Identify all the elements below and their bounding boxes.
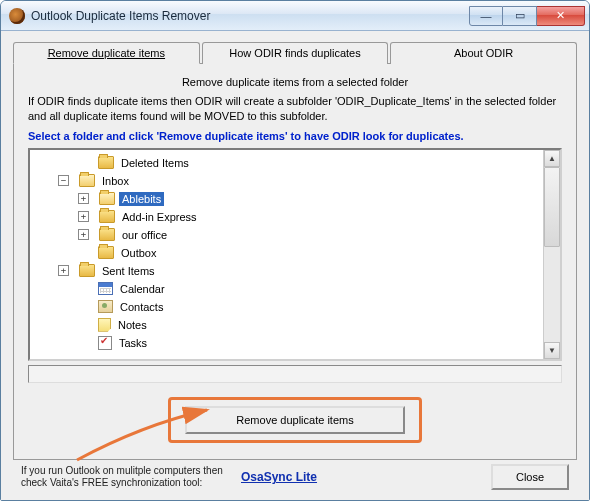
- node-label: Tasks: [116, 336, 150, 350]
- tree-node-calendar[interactable]: Calendar: [38, 280, 541, 298]
- folder-icon: [98, 246, 114, 259]
- tree-node-addin-express[interactable]: + Add-in Express: [38, 208, 541, 226]
- contacts-icon: [98, 300, 113, 313]
- client-area: Remove duplicate items How ODIR finds du…: [1, 31, 589, 500]
- expand-icon[interactable]: +: [58, 265, 69, 276]
- folder-icon: [98, 156, 114, 169]
- tree-node-deleted-items[interactable]: Deleted Items: [38, 154, 541, 172]
- node-label-selected: Ablebits: [119, 192, 164, 206]
- node-label: Calendar: [117, 282, 168, 296]
- calendar-icon: [98, 282, 113, 295]
- window-title: Outlook Duplicate Items Remover: [31, 9, 469, 23]
- tab-about-odir[interactable]: About ODIR: [390, 42, 577, 64]
- panel-heading: Remove duplicate items from a selected f…: [28, 76, 562, 88]
- notes-icon: [98, 318, 111, 332]
- osasync-link[interactable]: OsaSync Lite: [241, 470, 317, 484]
- expand-icon[interactable]: +: [78, 229, 89, 240]
- tab-strip: Remove duplicate items How ODIR finds du…: [13, 41, 577, 64]
- node-label: Add-in Express: [119, 210, 200, 224]
- scroll-down-button[interactable]: ▼: [544, 342, 560, 359]
- node-label: our office: [119, 228, 170, 242]
- tree-node-notes[interactable]: Notes: [38, 316, 541, 334]
- tab-panel: Remove duplicate items from a selected f…: [13, 64, 577, 460]
- app-window: Outlook Duplicate Items Remover — ▭ ✕ Re…: [0, 0, 590, 501]
- panel-instruction: Select a folder and click 'Remove duplic…: [28, 130, 562, 142]
- tree-node-contacts[interactable]: Contacts: [38, 298, 541, 316]
- panel-description: If ODIR finds duplicate items then ODIR …: [28, 94, 562, 124]
- node-label: Inbox: [99, 174, 132, 188]
- scroll-track[interactable]: [544, 167, 560, 342]
- expand-icon[interactable]: +: [78, 211, 89, 222]
- folder-tree[interactable]: Deleted Items − Inbox + Able: [30, 150, 543, 359]
- tree-node-outbox[interactable]: Outbox: [38, 244, 541, 262]
- collapse-icon[interactable]: −: [58, 175, 69, 186]
- node-label: Contacts: [117, 300, 166, 314]
- footer: If you run Outlook on mulitple computers…: [13, 460, 577, 494]
- tree-node-ablebits[interactable]: + Ablebits: [38, 190, 541, 208]
- window-close-button[interactable]: ✕: [537, 6, 585, 26]
- tab-label: About ODIR: [454, 47, 513, 59]
- remove-duplicates-button[interactable]: Remove duplicate items: [185, 406, 405, 434]
- tab-remove-duplicates[interactable]: Remove duplicate items: [13, 42, 200, 64]
- node-label: Notes: [115, 318, 150, 332]
- node-label: Deleted Items: [118, 156, 192, 170]
- action-row: Remove duplicate items: [28, 385, 562, 451]
- minimize-button[interactable]: —: [469, 6, 503, 26]
- node-label: Sent Items: [99, 264, 158, 278]
- highlight-annotation: Remove duplicate items: [168, 397, 422, 443]
- tab-label: How ODIR finds duplicates: [229, 47, 360, 59]
- scroll-up-button[interactable]: ▲: [544, 150, 560, 167]
- app-icon: [9, 8, 25, 24]
- close-button[interactable]: Close: [491, 464, 569, 490]
- folder-icon: [79, 264, 95, 277]
- vertical-scrollbar[interactable]: ▲ ▼: [543, 150, 560, 359]
- footer-note: If you run Outlook on mulitple computers…: [21, 465, 231, 489]
- tab-how-odir-finds[interactable]: How ODIR finds duplicates: [202, 42, 389, 64]
- maximize-button[interactable]: ▭: [503, 6, 537, 26]
- tree-node-tasks[interactable]: Tasks: [38, 334, 541, 352]
- tree-node-sent-items[interactable]: + Sent Items: [38, 262, 541, 280]
- folder-icon: [99, 192, 115, 205]
- scroll-thumb[interactable]: [544, 167, 560, 247]
- tree-node-our-office[interactable]: + our office: [38, 226, 541, 244]
- folder-icon: [79, 174, 95, 187]
- titlebar: Outlook Duplicate Items Remover — ▭ ✕: [1, 1, 589, 31]
- window-controls: — ▭ ✕: [469, 6, 585, 26]
- node-label: Outbox: [118, 246, 159, 260]
- folder-icon: [99, 210, 115, 223]
- selected-path-field: [28, 365, 562, 383]
- expand-icon[interactable]: +: [78, 193, 89, 204]
- folder-icon: [99, 228, 115, 241]
- tree-node-inbox[interactable]: − Inbox: [38, 172, 541, 190]
- tasks-icon: [98, 336, 112, 350]
- tab-label: Remove duplicate items: [48, 47, 165, 59]
- folder-tree-container: Deleted Items − Inbox + Able: [28, 148, 562, 361]
